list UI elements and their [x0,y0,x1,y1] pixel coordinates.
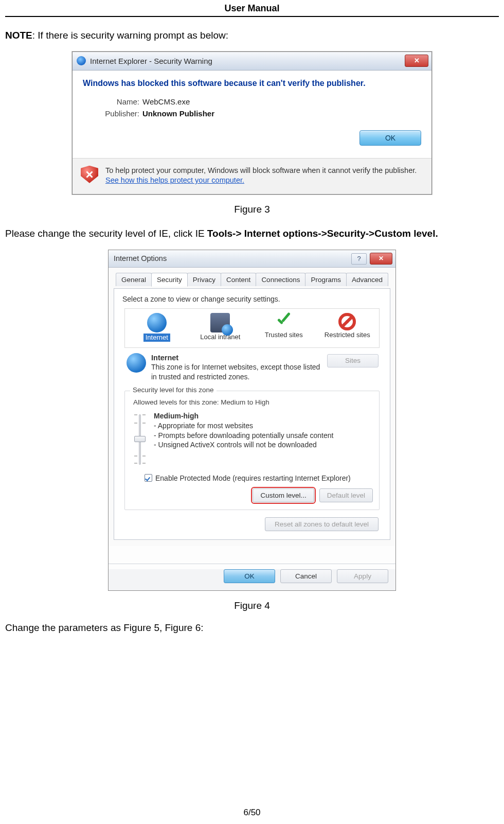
tab-programs[interactable]: Programs [305,273,347,286]
zone-label: Trusted sites [256,331,312,339]
zone-restricted-sites[interactable]: Restricted sites [319,313,375,339]
close-button[interactable]: ✕ [405,55,428,67]
publisher-label: Publisher: [97,109,139,118]
zone-trusted-sites[interactable]: Trusted sites [256,313,312,339]
footer-text: To help protect your computer, Windows w… [105,166,417,174]
mid-lead: Please change the security level of IE, … [5,228,207,239]
help-button[interactable]: ? [351,253,367,265]
cancel-button[interactable]: Cancel [280,569,332,583]
page-header-title: User Manual [5,0,499,16]
check-icon [275,313,293,330]
shield-error-icon [81,166,98,183]
level-name: Medium-high [154,411,333,421]
apply-button[interactable]: Apply [337,569,388,583]
zone-description-text: This zone is for Internet websites, exce… [151,362,322,381]
allowed-levels-text: Allowed levels for this zone: Medium to … [133,398,373,406]
tab-advanced[interactable]: Advanced [346,273,388,286]
security-warning-dialog: Internet Explorer - Security Warning ✕ W… [72,51,432,195]
zone-name: Internet [151,353,322,363]
default-level-button[interactable]: Default level [319,488,373,502]
note-text: : If there is security warning prompt as… [32,30,228,41]
dialog-title: Internet Explorer - Security Warning [90,57,212,65]
protected-mode-label: Enable Protected Mode (requires restarti… [155,474,351,482]
level-bullet-1: - Appropriate for most websites [154,421,333,431]
dialog-title: Internet Options [114,254,167,262]
footer-help-link[interactable]: See how this helps protect your computer… [105,176,244,184]
zone-internet[interactable]: Internet [129,313,185,342]
local-intranet-icon [210,313,230,332]
ok-button[interactable]: OK [224,569,275,583]
close-button[interactable]: ✕ [370,253,392,265]
zone-label: Restricted sites [319,331,375,339]
zone-list: Internet Local intranet Trusted sites Re… [124,308,380,347]
slider-thumb[interactable] [134,436,146,442]
security-level-slider[interactable] [133,411,147,468]
dialog-footer: To help protect your computer, Windows w… [73,158,431,194]
level-bullet-2: - Prompts before downloading potentially… [154,431,333,441]
tab-strip: General Security Privacy Content Connect… [114,273,390,286]
zone-label: Local intranet [192,334,248,341]
tab-content[interactable]: Content [221,273,256,286]
figure-3-caption: Figure 3 [5,204,499,215]
dialog-titlebar[interactable]: Internet Options ? ✕ [109,250,395,268]
dialog-divider [109,564,395,564]
level-description: Medium-high - Appropriate for most websi… [154,411,333,450]
security-tab-panel: Select a zone to view or change security… [114,288,390,540]
publisher-value: Unknown Publisher [142,109,214,118]
close-icon: ✕ [379,255,384,262]
tab-privacy[interactable]: Privacy [187,273,221,286]
header-rule [5,16,499,17]
level-bullet-3: - Unsigned ActiveX controls will not be … [154,440,333,450]
globe-icon [127,353,146,373]
dialog-titlebar[interactable]: Internet Explorer - Security Warning ✕ [73,52,431,71]
security-level-group: Security level for this zone Allowed lev… [124,391,380,510]
mid-paragraph: Please change the security level of IE, … [5,227,499,240]
globe-icon [147,313,167,332]
name-value: WebCMS.exe [142,97,190,106]
name-label: Name: [97,97,139,106]
ie-icon [77,56,86,65]
ok-button[interactable]: OK [359,130,421,146]
note-label: NOTE [5,30,32,41]
internet-options-dialog: Internet Options ? ✕ General Security Pr… [108,250,396,591]
dialog-action-row: OK Cancel Apply [109,569,395,590]
tail-paragraph: Change the parameters as Figure 5, Figur… [5,622,499,635]
zone-description: Internet This zone is for Internet websi… [122,348,382,385]
note-paragraph: NOTE: If there is security warning promp… [5,29,499,42]
figure-4-caption: Figure 4 [5,600,499,611]
mid-bold: Tools-> Internet options->Security->Cust… [207,228,438,239]
zone-select-label: Select a zone to view or change security… [122,295,382,303]
page-number: 6/50 [0,808,504,818]
zone-label: Internet [143,334,170,342]
custom-level-button[interactable]: Custom level... [253,488,314,502]
zone-local-intranet[interactable]: Local intranet [192,313,248,341]
tab-security[interactable]: Security [151,273,188,287]
tab-general[interactable]: General [116,273,152,286]
warning-heading: Windows has blocked this software becaus… [83,79,421,88]
restricted-icon [338,313,356,330]
close-icon: ✕ [414,57,420,64]
protected-mode-checkbox[interactable] [145,474,152,482]
help-icon: ? [357,255,361,262]
reset-zones-button[interactable]: Reset all zones to default level [265,517,379,531]
group-title: Security level for this zone [130,386,217,394]
tab-connections[interactable]: Connections [256,273,305,286]
sites-button[interactable]: Sites [327,354,379,367]
